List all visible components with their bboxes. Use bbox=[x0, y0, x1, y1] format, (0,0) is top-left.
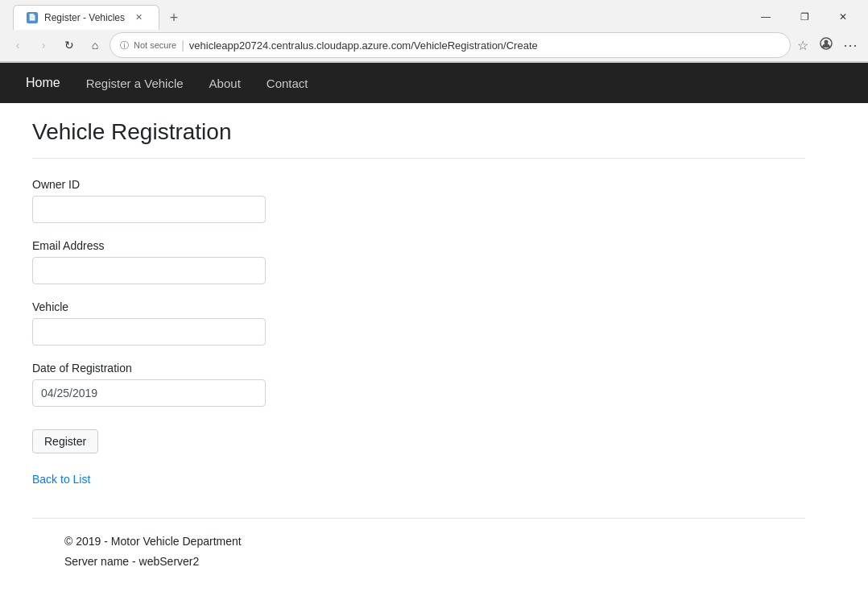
close-button[interactable]: ✕ bbox=[825, 6, 862, 28]
email-label: Email Address bbox=[32, 239, 805, 252]
security-icon: ⓘ bbox=[120, 39, 129, 52]
svg-point-1 bbox=[825, 40, 829, 44]
date-input[interactable] bbox=[32, 379, 266, 407]
favorite-button[interactable]: ☆ bbox=[794, 38, 812, 53]
restore-button[interactable]: ❐ bbox=[786, 6, 823, 28]
vehicle-label: Vehicle bbox=[32, 300, 805, 313]
forward-button[interactable]: › bbox=[32, 34, 55, 56]
tab-bar: 📄 Register - Vehicles ✕ + bbox=[6, 5, 192, 30]
registration-form: Owner ID Email Address Vehicle Date of R… bbox=[32, 178, 805, 453]
security-text: Not secure bbox=[134, 40, 176, 50]
owner-id-input[interactable] bbox=[32, 196, 266, 223]
register-button[interactable]: Register bbox=[32, 429, 98, 453]
menu-button[interactable]: ⋯ bbox=[839, 34, 862, 56]
tab-title: Register - Vehicles bbox=[44, 12, 125, 23]
minimize-button[interactable]: — bbox=[747, 6, 784, 28]
active-tab[interactable]: 📄 Register - Vehicles ✕ bbox=[13, 5, 159, 30]
profile-button[interactable] bbox=[815, 34, 837, 56]
site-footer: © 2019 - Motor Vehicle Department Server… bbox=[32, 518, 805, 585]
tab-close-button[interactable]: ✕ bbox=[131, 10, 146, 25]
page-title: Vehicle Registration bbox=[32, 119, 805, 145]
window-controls: — ❐ ✕ bbox=[747, 6, 862, 28]
copyright-text: © 2019 - Motor Vehicle Department bbox=[64, 532, 773, 552]
vehicle-group: Vehicle bbox=[32, 300, 805, 346]
back-button[interactable]: ‹ bbox=[6, 34, 29, 56]
nav-register-vehicle[interactable]: Register a Vehicle bbox=[73, 65, 196, 101]
title-bar: 📄 Register - Vehicles ✕ + — ❐ ✕ bbox=[0, 0, 868, 29]
toolbar-icons: ⋯ bbox=[815, 34, 862, 56]
owner-id-group: Owner ID bbox=[32, 178, 805, 223]
site-navbar: Home Register a Vehicle About Contact bbox=[0, 63, 868, 103]
profile-icon bbox=[820, 37, 833, 53]
url-separator: | bbox=[181, 39, 184, 52]
nav-contact[interactable]: Contact bbox=[254, 65, 321, 101]
address-bar-row: ‹ › ↻ ⌂ ⓘ Not secure | vehicleapp20724.c… bbox=[0, 29, 868, 62]
address-bar[interactable]: ⓘ Not secure | vehicleapp20724.centralus… bbox=[110, 32, 791, 58]
browser-chrome: 📄 Register - Vehicles ✕ + — ❐ ✕ ‹ › ↻ ⌂ … bbox=[0, 0, 868, 63]
nav-home[interactable]: Home bbox=[13, 64, 73, 101]
main-content: Vehicle Registration Owner ID Email Addr… bbox=[0, 103, 837, 596]
info-icon: ⓘ bbox=[120, 39, 129, 52]
menu-icon: ⋯ bbox=[843, 36, 858, 54]
date-label: Date of Registration bbox=[32, 362, 805, 375]
vehicle-input[interactable] bbox=[32, 318, 266, 346]
owner-id-label: Owner ID bbox=[32, 178, 805, 191]
email-input[interactable] bbox=[32, 257, 266, 284]
server-name-text: Server name - webServer2 bbox=[64, 552, 773, 572]
tab-favicon: 📄 bbox=[27, 12, 38, 23]
nav-about[interactable]: About bbox=[196, 65, 254, 101]
home-button[interactable]: ⌂ bbox=[84, 34, 106, 56]
back-to-list-link[interactable]: Back to List bbox=[32, 473, 805, 486]
refresh-button[interactable]: ↻ bbox=[58, 34, 81, 56]
url-text: vehicleapp20724.centralus.cloudapp.azure… bbox=[189, 39, 780, 52]
title-divider bbox=[32, 158, 805, 159]
email-group: Email Address bbox=[32, 239, 805, 284]
new-tab-button[interactable]: + bbox=[163, 7, 185, 30]
date-group: Date of Registration bbox=[32, 362, 805, 407]
